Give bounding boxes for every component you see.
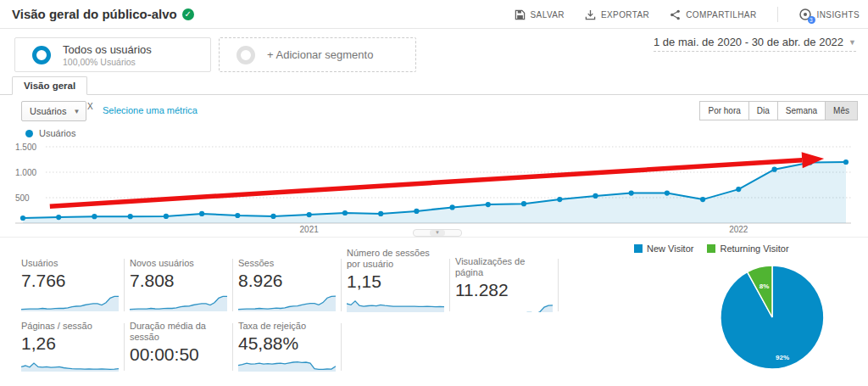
verified-badge-icon: ✓ xyxy=(182,8,194,20)
insights-badge: 3 xyxy=(808,16,815,24)
legend-returning-visitor: Returning Visitor xyxy=(707,243,788,254)
card-divider xyxy=(232,323,233,371)
card-divider xyxy=(124,259,125,311)
scorecard-sessions[interactable]: Sessões 8.926 xyxy=(238,256,337,312)
card-divider xyxy=(341,259,342,311)
svg-text:500: 500 xyxy=(15,193,30,203)
select-metric-link[interactable]: Selecione uma métrica xyxy=(103,105,198,115)
header-bar: Visão geral do público-alvo✓ SALVAR EXPO… xyxy=(0,0,868,29)
chart-zoom-scrollbar[interactable]: ▼ xyxy=(413,229,462,237)
svg-text:2021: 2021 xyxy=(300,225,320,234)
svg-text:92%: 92% xyxy=(776,354,789,361)
granularity-week-button[interactable]: Semana xyxy=(777,101,826,120)
chevron-down-icon: ▼ xyxy=(849,38,856,47)
granularity-switcher: Por hora Dia Semana Mês xyxy=(700,101,858,120)
scrollbar-handle[interactable]: ▼ xyxy=(430,230,445,236)
tab-overview[interactable]: Visão geral xyxy=(12,76,87,95)
scorecard-bounce-rate[interactable]: Taxa de rejeição 45,88% xyxy=(238,321,337,372)
card-divider xyxy=(232,259,233,311)
card-divider xyxy=(341,323,342,371)
header-actions: SALVAR EXPORTAR COMPARTILHAR 3 INSIGHTS xyxy=(515,0,860,29)
svg-text:2022: 2022 xyxy=(729,225,748,234)
share-icon xyxy=(670,9,681,20)
legend-swatch-icon xyxy=(707,244,715,253)
visitor-type-pie-chart: 92%8% xyxy=(717,261,827,373)
legend-new-visitor: New Visitor xyxy=(634,243,693,254)
chart-panel-border xyxy=(0,237,868,238)
card-divider xyxy=(558,259,559,311)
save-icon xyxy=(515,9,526,20)
add-segment-button[interactable]: + Adicionar segmento xyxy=(219,37,416,72)
scorecard-avg-session-duration[interactable]: Duração média da sessão 00:00:50 xyxy=(130,321,228,372)
svg-text:1.000: 1.000 xyxy=(15,168,36,177)
scorecard-new-users[interactable]: Novos usuários 7.808 xyxy=(130,256,228,312)
sparkline xyxy=(238,294,336,312)
granularity-day-button[interactable]: Dia xyxy=(748,101,778,120)
vs-symbol: X xyxy=(87,102,93,111)
scorecard-users[interactable]: Usuários 7.766 xyxy=(21,256,120,312)
segment-all-users[interactable]: Todos os usuários 100,00% Usuários xyxy=(14,37,211,72)
sparkline xyxy=(21,294,119,312)
page-title: Visão geral do público-alvo✓ xyxy=(12,0,194,29)
card-divider xyxy=(124,323,125,371)
series-dot-icon xyxy=(25,130,33,137)
series-legend: Usuários xyxy=(25,128,75,138)
save-button[interactable]: SALVAR xyxy=(515,9,565,20)
sparkline xyxy=(130,367,227,372)
insights-button[interactable]: 3 INSIGHTS xyxy=(798,8,860,21)
pie-legend: New Visitor Returning Visitor xyxy=(634,243,789,254)
segment-donut-icon xyxy=(236,46,255,64)
scorecard-pageviews[interactable]: Visualizações de página 11.282 xyxy=(455,256,554,312)
granularity-hour-button[interactable]: Por hora xyxy=(699,101,748,120)
users-line-chart[interactable]: 5001.0001.50020212022 xyxy=(12,139,856,234)
scorecard-sessions-per-user[interactable]: Número de sessões por usuário 1,15 xyxy=(347,248,445,312)
date-range-selector[interactable]: 1 de mai. de 2020 - 30 de abr. de 2022▼ xyxy=(654,36,856,52)
metric-dropdown[interactable]: Usuários ▼ xyxy=(21,101,86,121)
legend-swatch-icon xyxy=(634,244,643,253)
sparkline xyxy=(347,294,444,312)
share-button[interactable]: COMPARTILHAR xyxy=(670,9,756,20)
sparkline xyxy=(130,294,227,312)
segment-donut-icon xyxy=(32,46,51,64)
scorecard-pages-per-session[interactable]: Páginas / sessão 1,26 xyxy=(21,321,120,372)
tabbar-divider xyxy=(0,94,868,95)
sparkline xyxy=(455,303,553,312)
download-icon xyxy=(585,9,596,20)
sparkline xyxy=(238,356,336,372)
sparkline xyxy=(21,356,119,372)
export-button[interactable]: EXPORTAR xyxy=(585,9,649,20)
svg-text:1.500: 1.500 xyxy=(15,143,36,152)
divider xyxy=(777,7,778,22)
svg-text:8%: 8% xyxy=(760,283,770,290)
granularity-month-button[interactable]: Mês xyxy=(825,101,858,120)
card-divider xyxy=(449,259,450,311)
insights-icon: 3 xyxy=(798,8,812,21)
chevron-down-icon: ▼ xyxy=(73,108,80,115)
